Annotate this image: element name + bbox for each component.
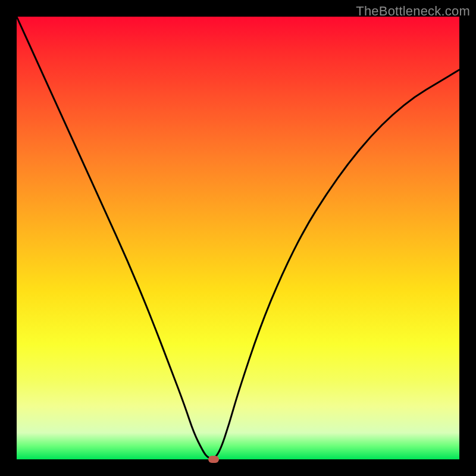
bottleneck-curve: [17, 17, 459, 459]
curve-svg: [17, 17, 459, 459]
chart-frame: TheBottleneck.com: [0, 0, 476, 476]
watermark-text: TheBottleneck.com: [356, 4, 470, 19]
minimum-marker: [208, 456, 219, 463]
plot-area: [17, 17, 459, 459]
